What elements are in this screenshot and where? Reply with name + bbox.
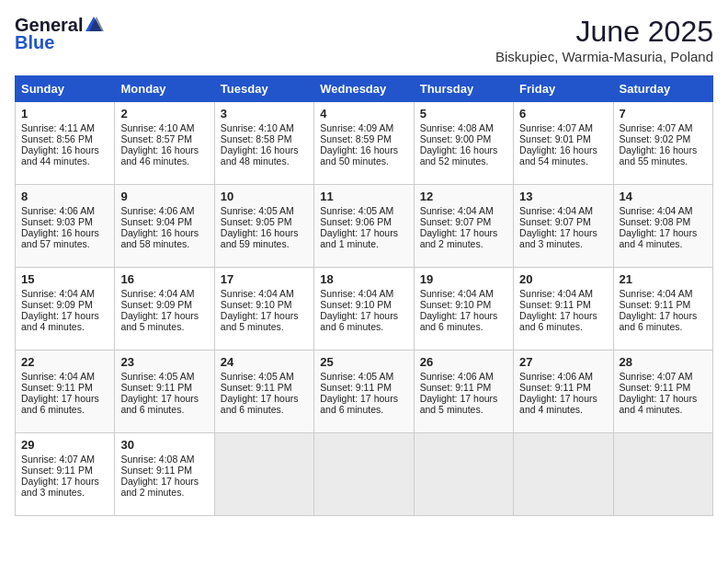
day-info-line: Sunrise: 4:07 AM bbox=[620, 122, 707, 133]
calendar-cell: 13Sunrise: 4:04 AMSunset: 9:07 PMDayligh… bbox=[514, 185, 613, 268]
day-info-line: Sunset: 8:59 PM bbox=[320, 133, 407, 144]
calendar-cell: 11Sunrise: 4:05 AMSunset: 9:06 PMDayligh… bbox=[314, 185, 414, 268]
calendar-cell: 25Sunrise: 4:05 AMSunset: 9:11 PMDayligh… bbox=[314, 350, 414, 433]
calendar-cell: 26Sunrise: 4:06 AMSunset: 9:11 PMDayligh… bbox=[414, 350, 513, 433]
day-info-line: and 3 minutes. bbox=[21, 487, 108, 498]
day-info-line: Sunset: 9:11 PM bbox=[620, 382, 707, 393]
day-info-line: Sunset: 9:00 PM bbox=[420, 133, 507, 144]
day-info-line: and 6 minutes. bbox=[420, 321, 507, 332]
day-info-line: Sunrise: 4:08 AM bbox=[420, 122, 507, 133]
day-number: 13 bbox=[519, 190, 607, 203]
weekday-header: Sunday bbox=[16, 76, 115, 102]
day-number: 22 bbox=[21, 355, 108, 369]
day-info-line: Sunset: 9:04 PM bbox=[120, 216, 208, 227]
day-info-line: Sunrise: 4:04 AM bbox=[21, 288, 108, 299]
calendar-cell: 29Sunrise: 4:07 AMSunset: 9:11 PMDayligh… bbox=[16, 433, 115, 516]
calendar-cell: 8Sunrise: 4:06 AMSunset: 9:03 PMDaylight… bbox=[16, 185, 115, 268]
day-info-line: Daylight: 17 hours bbox=[420, 227, 507, 238]
calendar-cell: 1Sunrise: 4:11 AMSunset: 8:56 PMDaylight… bbox=[16, 102, 115, 185]
calendar-cell: 10Sunrise: 4:05 AMSunset: 9:05 PMDayligh… bbox=[214, 185, 313, 268]
day-info-line: Daylight: 17 hours bbox=[620, 227, 707, 238]
day-number: 7 bbox=[620, 107, 707, 121]
day-number: 27 bbox=[519, 355, 607, 369]
calendar-cell bbox=[613, 433, 712, 516]
day-info-line: Sunset: 9:11 PM bbox=[21, 465, 108, 476]
title-area: June 2025 Biskupiec, Warmia-Masuria, Pol… bbox=[495, 15, 713, 64]
day-info-line: and 2 minutes. bbox=[420, 238, 507, 249]
day-info-line: Sunrise: 4:10 AM bbox=[120, 122, 208, 133]
day-info-line: Sunset: 9:11 PM bbox=[21, 382, 108, 393]
day-info-line: Sunrise: 4:04 AM bbox=[519, 288, 607, 299]
day-number: 12 bbox=[420, 190, 507, 203]
weekday-header: Tuesday bbox=[214, 76, 313, 102]
day-info-line: and 6 minutes. bbox=[221, 404, 308, 415]
day-info-line: Daylight: 17 hours bbox=[120, 476, 208, 487]
day-info-line: Sunset: 9:02 PM bbox=[620, 133, 707, 144]
day-number: 19 bbox=[420, 272, 507, 286]
calendar-cell: 28Sunrise: 4:07 AMSunset: 9:11 PMDayligh… bbox=[613, 350, 712, 433]
day-number: 9 bbox=[120, 190, 208, 203]
day-info-line: Sunrise: 4:06 AM bbox=[420, 371, 507, 382]
calendar-cell: 21Sunrise: 4:04 AMSunset: 9:11 PMDayligh… bbox=[613, 268, 712, 350]
day-info-line: Daylight: 17 hours bbox=[320, 393, 407, 404]
calendar-cell: 20Sunrise: 4:04 AMSunset: 9:11 PMDayligh… bbox=[514, 268, 613, 350]
day-info-line: Daylight: 16 hours bbox=[221, 144, 308, 155]
page-header: General Blue June 2025 Biskupiec, Warmia… bbox=[15, 15, 713, 64]
day-info-line: and 6 minutes. bbox=[620, 321, 707, 332]
day-info-line: Daylight: 16 hours bbox=[320, 144, 407, 155]
day-info-line: Sunset: 9:01 PM bbox=[519, 133, 607, 144]
day-number: 4 bbox=[320, 107, 407, 121]
day-info-line: Daylight: 17 hours bbox=[519, 310, 607, 321]
weekday-header: Friday bbox=[514, 76, 613, 102]
calendar-cell: 14Sunrise: 4:04 AMSunset: 9:08 PMDayligh… bbox=[613, 185, 712, 268]
day-info-line: and 6 minutes. bbox=[21, 404, 108, 415]
calendar-header-row: SundayMondayTuesdayWednesdayThursdayFrid… bbox=[16, 76, 713, 102]
day-info-line: Sunset: 9:09 PM bbox=[21, 299, 108, 310]
day-info-line: Daylight: 17 hours bbox=[320, 310, 407, 321]
day-info-line: Sunrise: 4:04 AM bbox=[120, 288, 208, 299]
logo-blue-text: Blue bbox=[15, 32, 54, 53]
day-info-line: Daylight: 16 hours bbox=[221, 227, 308, 238]
day-number: 1 bbox=[21, 107, 108, 121]
calendar-cell: 15Sunrise: 4:04 AMSunset: 9:09 PMDayligh… bbox=[16, 268, 115, 350]
calendar-cell: 23Sunrise: 4:05 AMSunset: 9:11 PMDayligh… bbox=[115, 350, 214, 433]
day-info-line: Sunset: 9:11 PM bbox=[420, 382, 507, 393]
day-info-line: Sunset: 9:11 PM bbox=[120, 382, 208, 393]
calendar-cell: 19Sunrise: 4:04 AMSunset: 9:10 PMDayligh… bbox=[414, 268, 513, 350]
day-info-line: Sunrise: 4:04 AM bbox=[620, 288, 707, 299]
day-info-line: Sunset: 9:11 PM bbox=[320, 382, 407, 393]
day-number: 15 bbox=[21, 272, 108, 286]
weekday-header: Thursday bbox=[414, 76, 513, 102]
day-info-line: Sunrise: 4:08 AM bbox=[120, 454, 208, 465]
day-info-line: and 50 minutes. bbox=[320, 155, 407, 167]
day-info-line: Daylight: 17 hours bbox=[620, 393, 707, 404]
day-info-line: Sunrise: 4:04 AM bbox=[519, 205, 607, 216]
calendar-week-row: 22Sunrise: 4:04 AMSunset: 9:11 PMDayligh… bbox=[16, 350, 713, 433]
day-info-line: and 6 minutes. bbox=[519, 321, 607, 332]
day-info-line: Daylight: 17 hours bbox=[221, 393, 308, 404]
day-info-line: Sunrise: 4:05 AM bbox=[221, 371, 308, 382]
day-info-line: Sunrise: 4:10 AM bbox=[221, 122, 308, 133]
day-info-line: Daylight: 16 hours bbox=[120, 227, 208, 238]
calendar-cell: 18Sunrise: 4:04 AMSunset: 9:10 PMDayligh… bbox=[314, 268, 414, 350]
day-info-line: Sunset: 9:06 PM bbox=[320, 216, 407, 227]
calendar-cell: 4Sunrise: 4:09 AMSunset: 8:59 PMDaylight… bbox=[314, 102, 414, 185]
day-number: 30 bbox=[120, 438, 208, 452]
day-info-line: Sunset: 9:11 PM bbox=[221, 382, 308, 393]
day-info-line: Daylight: 16 hours bbox=[620, 144, 707, 155]
day-info-line: and 44 minutes. bbox=[21, 155, 108, 167]
day-info-line: and 3 minutes. bbox=[519, 238, 607, 249]
day-number: 14 bbox=[620, 190, 707, 203]
day-info-line: Sunrise: 4:06 AM bbox=[21, 205, 108, 216]
day-info-line: Sunrise: 4:04 AM bbox=[21, 371, 108, 382]
day-info-line: Daylight: 16 hours bbox=[120, 144, 208, 155]
day-info-line: Sunrise: 4:06 AM bbox=[120, 205, 208, 216]
day-info-line: Sunrise: 4:04 AM bbox=[221, 288, 308, 299]
day-info-line: Daylight: 17 hours bbox=[620, 310, 707, 321]
day-info-line: Daylight: 17 hours bbox=[21, 393, 108, 404]
day-info-line: Sunset: 9:05 PM bbox=[221, 216, 308, 227]
day-number: 5 bbox=[420, 107, 507, 121]
day-info-line: Sunrise: 4:04 AM bbox=[420, 205, 507, 216]
day-info-line: Daylight: 17 hours bbox=[519, 393, 607, 404]
day-info-line: Sunset: 9:10 PM bbox=[221, 299, 308, 310]
